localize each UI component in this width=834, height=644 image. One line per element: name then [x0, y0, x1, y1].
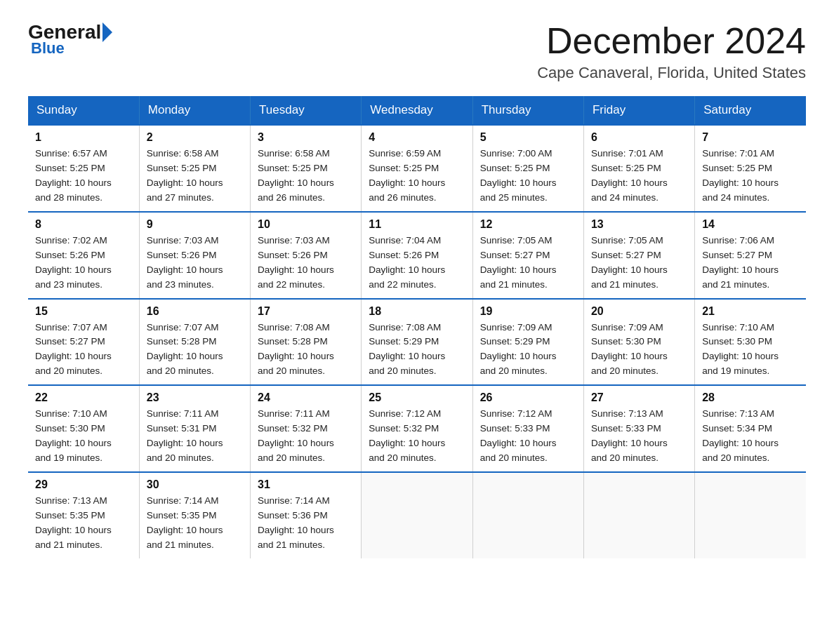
day-info: Sunrise: 7:10 AMSunset: 5:30 PMDaylight:… [35, 407, 132, 466]
day-info: Sunrise: 7:06 AMSunset: 5:27 PMDaylight:… [702, 234, 799, 293]
day-number: 2 [147, 131, 243, 144]
header-day-wednesday: Wednesday [362, 96, 472, 125]
day-info: Sunrise: 7:01 AMSunset: 5:25 PMDaylight:… [591, 147, 687, 206]
header-day-tuesday: Tuesday [251, 96, 362, 125]
day-number: 4 [369, 131, 465, 144]
calendar-cell [472, 472, 583, 558]
day-number: 20 [591, 305, 687, 318]
day-info: Sunrise: 7:12 AMSunset: 5:32 PMDaylight:… [369, 407, 465, 466]
day-number: 31 [258, 478, 354, 491]
week-row-4: 22Sunrise: 7:10 AMSunset: 5:30 PMDayligh… [28, 385, 806, 472]
day-info: Sunrise: 7:00 AMSunset: 5:25 PMDaylight:… [480, 147, 576, 206]
day-info: Sunrise: 7:12 AMSunset: 5:33 PMDaylight:… [480, 407, 576, 466]
day-info: Sunrise: 7:13 AMSunset: 5:33 PMDaylight:… [591, 407, 687, 466]
day-info: Sunrise: 7:07 AMSunset: 5:28 PMDaylight:… [147, 321, 243, 380]
day-number: 9 [147, 218, 243, 231]
day-number: 21 [702, 305, 799, 318]
logo-arrow-icon [102, 22, 112, 42]
calendar-cell: 14Sunrise: 7:06 AMSunset: 5:27 PMDayligh… [695, 212, 806, 299]
calendar-cell: 16Sunrise: 7:07 AMSunset: 5:28 PMDayligh… [139, 299, 250, 386]
calendar-cell: 7Sunrise: 7:01 AMSunset: 5:25 PMDaylight… [695, 125, 806, 212]
week-row-1: 1Sunrise: 6:57 AMSunset: 5:25 PMDaylight… [28, 125, 806, 212]
day-number: 8 [35, 218, 132, 231]
header-day-sunday: Sunday [28, 96, 139, 125]
header-day-monday: Monday [139, 96, 250, 125]
day-info: Sunrise: 7:03 AMSunset: 5:26 PMDaylight:… [147, 234, 243, 293]
calendar-cell: 25Sunrise: 7:12 AMSunset: 5:32 PMDayligh… [362, 385, 472, 472]
day-number: 30 [147, 478, 243, 491]
logo-blue-text: Blue [31, 39, 65, 58]
location-subtitle: Cape Canaveral, Florida, United States [537, 64, 806, 82]
logo: General Blue [28, 21, 114, 58]
week-row-3: 15Sunrise: 7:07 AMSunset: 5:27 PMDayligh… [28, 299, 806, 386]
day-number: 1 [35, 131, 132, 144]
day-number: 16 [147, 305, 243, 318]
day-number: 6 [591, 131, 687, 144]
day-info: Sunrise: 7:11 AMSunset: 5:31 PMDaylight:… [147, 407, 243, 466]
day-info: Sunrise: 7:05 AMSunset: 5:27 PMDaylight:… [480, 234, 576, 293]
day-number: 12 [480, 218, 576, 231]
calendar-cell: 24Sunrise: 7:11 AMSunset: 5:32 PMDayligh… [251, 385, 362, 472]
day-number: 19 [480, 305, 576, 318]
day-number: 23 [147, 391, 243, 404]
day-info: Sunrise: 7:13 AMSunset: 5:34 PMDaylight:… [702, 407, 799, 466]
day-number: 11 [369, 218, 465, 231]
day-info: Sunrise: 7:10 AMSunset: 5:30 PMDaylight:… [702, 321, 799, 380]
calendar-cell: 13Sunrise: 7:05 AMSunset: 5:27 PMDayligh… [583, 212, 694, 299]
day-info: Sunrise: 7:09 AMSunset: 5:30 PMDaylight:… [591, 321, 687, 380]
day-info: Sunrise: 7:07 AMSunset: 5:27 PMDaylight:… [35, 321, 132, 380]
day-info: Sunrise: 7:14 AMSunset: 5:35 PMDaylight:… [147, 494, 243, 553]
calendar-cell [583, 472, 694, 558]
day-number: 17 [258, 305, 354, 318]
day-info: Sunrise: 7:02 AMSunset: 5:26 PMDaylight:… [35, 234, 132, 293]
day-number: 27 [591, 391, 687, 404]
calendar-cell: 15Sunrise: 7:07 AMSunset: 5:27 PMDayligh… [28, 299, 139, 386]
day-number: 3 [258, 131, 354, 144]
calendar-cell: 27Sunrise: 7:13 AMSunset: 5:33 PMDayligh… [583, 385, 694, 472]
day-number: 7 [702, 131, 799, 144]
day-info: Sunrise: 7:04 AMSunset: 5:26 PMDaylight:… [369, 234, 465, 293]
day-info: Sunrise: 7:08 AMSunset: 5:28 PMDaylight:… [258, 321, 354, 380]
week-row-5: 29Sunrise: 7:13 AMSunset: 5:35 PMDayligh… [28, 472, 806, 558]
day-info: Sunrise: 7:01 AMSunset: 5:25 PMDaylight:… [702, 147, 799, 206]
calendar-cell [695, 472, 806, 558]
day-info: Sunrise: 7:09 AMSunset: 5:29 PMDaylight:… [480, 321, 576, 380]
calendar-cell: 29Sunrise: 7:13 AMSunset: 5:35 PMDayligh… [28, 472, 139, 558]
day-number: 18 [369, 305, 465, 318]
calendar-cell [362, 472, 472, 558]
calendar-cell: 11Sunrise: 7:04 AMSunset: 5:26 PMDayligh… [362, 212, 472, 299]
calendar-cell: 30Sunrise: 7:14 AMSunset: 5:35 PMDayligh… [139, 472, 250, 558]
day-info: Sunrise: 7:14 AMSunset: 5:36 PMDaylight:… [258, 494, 354, 553]
day-number: 13 [591, 218, 687, 231]
calendar-cell: 21Sunrise: 7:10 AMSunset: 5:30 PMDayligh… [695, 299, 806, 386]
day-info: Sunrise: 6:58 AMSunset: 5:25 PMDaylight:… [147, 147, 243, 206]
day-number: 14 [702, 218, 799, 231]
calendar-cell: 3Sunrise: 6:58 AMSunset: 5:25 PMDaylight… [251, 125, 362, 212]
header-day-thursday: Thursday [472, 96, 583, 125]
calendar-cell: 10Sunrise: 7:03 AMSunset: 5:26 PMDayligh… [251, 212, 362, 299]
day-number: 22 [35, 391, 132, 404]
day-number: 10 [258, 218, 354, 231]
day-info: Sunrise: 6:58 AMSunset: 5:25 PMDaylight:… [258, 147, 354, 206]
week-row-2: 8Sunrise: 7:02 AMSunset: 5:26 PMDaylight… [28, 212, 806, 299]
day-number: 25 [369, 391, 465, 404]
calendar-cell: 12Sunrise: 7:05 AMSunset: 5:27 PMDayligh… [472, 212, 583, 299]
calendar-cell: 17Sunrise: 7:08 AMSunset: 5:28 PMDayligh… [251, 299, 362, 386]
day-number: 26 [480, 391, 576, 404]
day-info: Sunrise: 7:05 AMSunset: 5:27 PMDaylight:… [591, 234, 687, 293]
day-info: Sunrise: 6:57 AMSunset: 5:25 PMDaylight:… [35, 147, 132, 206]
day-info: Sunrise: 7:03 AMSunset: 5:26 PMDaylight:… [258, 234, 354, 293]
header-row: SundayMondayTuesdayWednesdayThursdayFrid… [28, 96, 806, 125]
day-info: Sunrise: 7:11 AMSunset: 5:32 PMDaylight:… [258, 407, 354, 466]
main-title: December 2024 [537, 21, 806, 61]
calendar-cell: 1Sunrise: 6:57 AMSunset: 5:25 PMDaylight… [28, 125, 139, 212]
calendar-cell: 31Sunrise: 7:14 AMSunset: 5:36 PMDayligh… [251, 472, 362, 558]
day-info: Sunrise: 7:13 AMSunset: 5:35 PMDaylight:… [35, 494, 132, 553]
day-number: 29 [35, 478, 132, 491]
calendar-cell: 26Sunrise: 7:12 AMSunset: 5:33 PMDayligh… [472, 385, 583, 472]
calendar-cell: 5Sunrise: 7:00 AMSunset: 5:25 PMDaylight… [472, 125, 583, 212]
calendar-cell: 2Sunrise: 6:58 AMSunset: 5:25 PMDaylight… [139, 125, 250, 212]
calendar-table: SundayMondayTuesdayWednesdayThursdayFrid… [28, 96, 806, 558]
day-number: 15 [35, 305, 132, 318]
calendar-cell: 20Sunrise: 7:09 AMSunset: 5:30 PMDayligh… [583, 299, 694, 386]
